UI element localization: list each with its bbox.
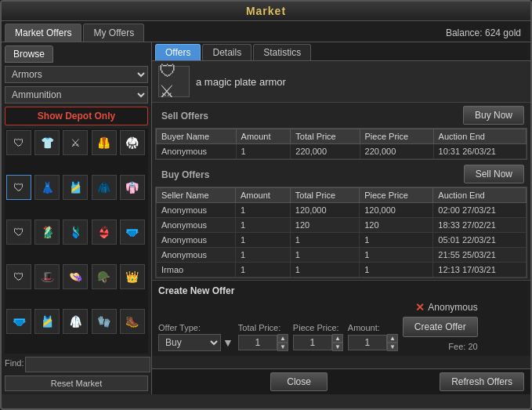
anonymous-x-icon: ✕ — [415, 301, 425, 314]
total-price-spinner-btns: ▲ ▼ — [277, 334, 288, 351]
total-price-input[interactable] — [238, 335, 277, 350]
item-slot[interactable]: 👕 — [34, 130, 60, 155]
piece-price-spinner: ▲ ▼ — [293, 334, 343, 351]
anonymous-checkbox-row: ✕ Anonymous — [415, 301, 477, 314]
table-row[interactable]: Anonymous 1 120,000 120,000 02:00 27/03/… — [157, 203, 527, 218]
amount-down-button[interactable]: ▼ — [387, 343, 398, 351]
item-slot[interactable]: 🪖 — [92, 264, 117, 289]
bottom-bar: Close Refresh Offers — [152, 368, 530, 394]
seller-name-cell: Irmao — [157, 263, 236, 278]
auction-end-cell: 21:55 25/03/21 — [433, 248, 527, 263]
sell-offers-table: Buyer Name Amount Total Price Piece Pric… — [156, 129, 527, 159]
col-amount: Amount — [236, 129, 291, 144]
col-piece-price: Piece Price — [360, 188, 433, 203]
total-price-label: Total Price: — [238, 323, 288, 332]
market-offers-tab[interactable]: Market Offers — [5, 24, 81, 42]
offer-type-select[interactable]: Buy Sell — [158, 334, 221, 351]
total-price-cell: 220,000 — [291, 144, 360, 159]
seller-name-cell: Anonymous — [157, 248, 236, 263]
market-window: Market Market Offers My Offers Balance: … — [0, 0, 532, 410]
col-piece-price: Piece Price — [360, 129, 433, 144]
subcategory-select[interactable]: Ammunition — [5, 86, 148, 103]
table-row[interactable]: Anonymous 1 220,000 220,000 10:31 26/03/… — [157, 144, 527, 159]
item-slot[interactable]: 🎽 — [34, 309, 60, 334]
piece-price-cell: 1 — [360, 233, 433, 248]
item-icon: 🛡⚔ — [158, 66, 190, 97]
auction-end-cell: 10:31 26/03/21 — [433, 144, 526, 159]
depot-only-button[interactable]: Show Depot Only — [5, 107, 148, 125]
item-slot[interactable]: 🛡 — [6, 220, 31, 245]
item-slot[interactable]: 🧥 — [92, 175, 117, 200]
item-slot[interactable]: 🎽 — [63, 175, 88, 200]
piece-price-cell: 1 — [360, 263, 433, 278]
close-button[interactable]: Close — [270, 372, 328, 391]
sell-now-button[interactable]: Sell Now — [464, 165, 524, 183]
buy-now-button[interactable]: Buy Now — [463, 106, 524, 125]
right-panel: Offers Details Statistics 🛡⚔ a magic pla… — [152, 42, 530, 394]
table-row[interactable]: Anonymous 1 1 1 21:55 25/03/21 — [157, 248, 527, 263]
col-amount: Amount — [235, 188, 290, 203]
item-slot[interactable]: 🥻 — [34, 220, 60, 245]
amount-input[interactable] — [348, 335, 387, 350]
item-slot[interactable]: 🎩 — [34, 264, 60, 289]
statistics-tab[interactable]: Statistics — [253, 44, 311, 60]
items-grid: 🛡 👕 ⚔ 🦺 🥋 🛡 👗 🎽 🧥 👘 🛡 🥻 🩱 👙 🩲 🛡 — [5, 129, 148, 354]
amount-up-button[interactable]: ▲ — [387, 334, 398, 343]
reset-market-button[interactable]: Reset Market — [5, 376, 148, 391]
item-slot[interactable]: 🩱 — [63, 220, 88, 245]
amount-spinner: ▲ ▼ — [348, 334, 398, 351]
piece-price-input[interactable] — [293, 335, 332, 350]
sell-offers-section: Sell Offers Buy Now Buyer Name Amount To… — [152, 103, 530, 160]
piece-price-spinner-btns: ▲ ▼ — [332, 334, 343, 351]
amount-cell: 1 — [235, 233, 290, 248]
item-slot[interactable]: 🩲 — [120, 220, 145, 245]
offer-form: Offer Type: Buy Sell ▼ Total Price: — [158, 301, 524, 351]
seller-name-cell: Anonymous — [157, 233, 236, 248]
refresh-offers-button[interactable]: Refresh Offers — [440, 372, 524, 391]
item-slot[interactable]: 👘 — [120, 175, 145, 200]
total-price-down-button[interactable]: ▼ — [277, 343, 288, 351]
table-row[interactable]: Anonymous 1 120 120 18:33 27/02/21 — [157, 218, 527, 233]
item-slot[interactable]: 🩲 — [6, 309, 31, 334]
item-slot[interactable]: 👒 — [63, 264, 88, 289]
item-slot[interactable]: 🥾 — [120, 309, 145, 334]
col-auction-end: Auction End — [433, 129, 526, 144]
item-slot[interactable]: 🛡 — [6, 175, 31, 200]
piece-price-down-button[interactable]: ▼ — [332, 343, 343, 351]
total-price-up-button[interactable]: ▲ — [277, 334, 288, 343]
amount-cell: 1 — [235, 218, 290, 233]
auction-end-cell: 12:13 17/03/21 — [433, 263, 527, 278]
item-name: a magic plate armor — [196, 76, 286, 88]
item-slot[interactable]: 🛡 — [6, 130, 31, 155]
table-row[interactable]: Anonymous 1 1 1 05:01 22/03/21 — [157, 233, 527, 248]
item-slot[interactable]: 🥋 — [120, 130, 145, 155]
col-total-price: Total Price — [290, 188, 359, 203]
auction-end-cell: 05:01 22/03/21 — [433, 233, 527, 248]
item-slot[interactable]: 🥼 — [63, 309, 88, 334]
my-offers-tab[interactable]: My Offers — [83, 24, 144, 42]
piece-price-up-button[interactable]: ▲ — [332, 334, 343, 343]
item-slot[interactable]: 🧤 — [92, 309, 117, 334]
browse-tab[interactable]: Browse — [5, 45, 53, 63]
item-slot[interactable]: 🛡 — [6, 264, 31, 289]
create-offer-button[interactable]: Create Offer — [403, 317, 478, 337]
details-tab[interactable]: Details — [202, 44, 252, 60]
item-slot[interactable]: 👙 — [92, 220, 117, 245]
item-slot[interactable]: 🦺 — [92, 130, 117, 155]
sidebar: Browse Armors Weapons Ammunition Potions… — [2, 42, 152, 394]
main-content: Browse Armors Weapons Ammunition Potions… — [2, 42, 530, 394]
find-input[interactable] — [25, 357, 150, 372]
col-total-price: Total Price — [291, 129, 360, 144]
piece-price-label: Piece Price: — [293, 323, 343, 332]
piece-price-group: Piece Price: ▲ ▼ — [293, 323, 343, 351]
category-select[interactable]: Armors Weapons Ammunition Potions Food O… — [5, 66, 148, 83]
offers-tab[interactable]: Offers — [155, 44, 201, 60]
anonymous-label: Anonymous — [428, 302, 477, 313]
total-price-group: Total Price: ▲ ▼ — [238, 323, 288, 351]
item-slot[interactable]: ⚔ — [63, 130, 88, 155]
item-slot[interactable]: 👑 — [120, 264, 145, 289]
table-row[interactable]: Irmao 1 1 1 12:13 17/03/21 — [157, 263, 527, 278]
item-slot[interactable]: 👗 — [34, 175, 60, 200]
buy-offers-table-wrapper: Seller Name Amount Total Price Piece Pri… — [155, 187, 527, 278]
amount-cell: 1 — [235, 263, 290, 278]
